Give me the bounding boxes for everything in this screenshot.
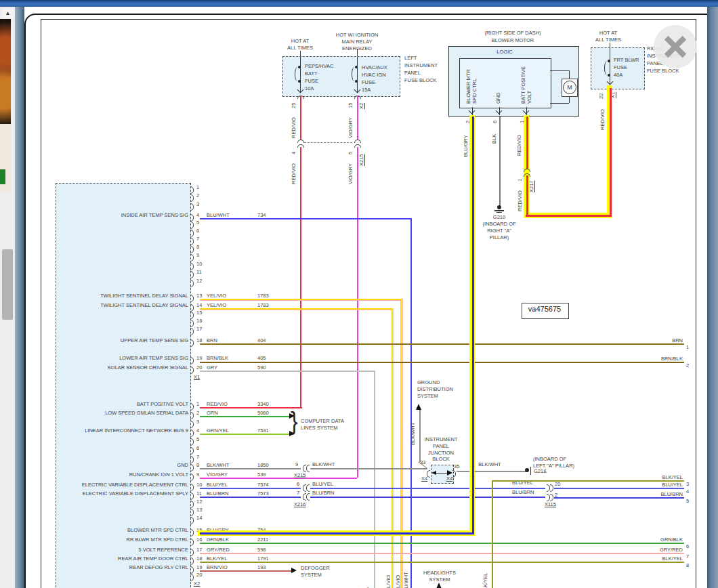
pin-number: 8 bbox=[686, 562, 689, 569]
pin-number: 7 bbox=[686, 553, 689, 560]
arrow-icon bbox=[436, 583, 442, 588]
pin-number: 25 bbox=[291, 99, 297, 108]
sidebar-thumbnail-image[interactable] bbox=[0, 19, 11, 124]
wire-segment bbox=[200, 570, 291, 572]
pin-number: 3 bbox=[196, 419, 199, 425]
arrow-icon bbox=[416, 404, 421, 410]
pin-number: 5 bbox=[686, 498, 689, 505]
pin-number: 2 bbox=[555, 492, 557, 499]
connector-pin-hook bbox=[190, 539, 194, 546]
connector-pin-hook bbox=[190, 403, 194, 411]
connector-id: X2 bbox=[359, 98, 364, 109]
connector-pin-hook bbox=[190, 304, 194, 312]
hvac-ign-fuse-label: HVAC IGN bbox=[362, 72, 386, 79]
wire-color-label: RED/VIO bbox=[517, 127, 522, 156]
headlights-system-label: HEADLIGHTS bbox=[415, 570, 465, 576]
pin-number: 4 bbox=[291, 148, 297, 154]
wire-color-label: RED/VIO bbox=[291, 157, 297, 184]
wire-color-label: BLU/BRN bbox=[512, 489, 534, 496]
pin-number: 13 bbox=[196, 507, 202, 513]
bracket: } bbox=[291, 405, 298, 437]
pin-number: 16 bbox=[196, 318, 202, 324]
pin-number: 10 bbox=[196, 261, 202, 268]
ground-id: G218 bbox=[534, 468, 546, 475]
scroll-up-button[interactable]: ▲ bbox=[2, 9, 14, 18]
connector-pin-hook bbox=[190, 328, 194, 335]
wire-segment bbox=[200, 310, 392, 310]
right-fuse-block-label: FUSE BLOCK bbox=[647, 68, 679, 75]
blower-pin-label: VOLT bbox=[527, 87, 532, 104]
connector-pin-hook bbox=[190, 295, 194, 302]
connector-pin-hook bbox=[190, 558, 194, 565]
pin-number: 7 bbox=[196, 236, 199, 243]
wire-segment bbox=[200, 416, 289, 417]
wire-segment bbox=[357, 49, 358, 56]
wire-segment bbox=[200, 532, 474, 534]
connector-pin-hook bbox=[190, 271, 194, 278]
ground-location: PILLAR) bbox=[474, 234, 524, 241]
defogger-system-label: DEFOGGER bbox=[301, 565, 330, 572]
circuit-label: RUN/CRANK IGN 1 VOLT bbox=[58, 471, 188, 478]
wire-segment bbox=[374, 371, 375, 588]
wire-segment bbox=[310, 488, 545, 489]
pin-number: 15 bbox=[196, 310, 202, 316]
connector-pin-hook bbox=[190, 246, 194, 253]
wire-segment bbox=[300, 51, 301, 56]
circuit-label: TWILIGHT SENTINEL DELAY SIGNAL bbox=[58, 302, 188, 309]
pin-number: 1 bbox=[518, 175, 523, 182]
fuse-icon bbox=[604, 61, 610, 75]
motor-symbol: M bbox=[563, 81, 576, 94]
connector-pin-hook bbox=[190, 312, 194, 319]
pin-number: 6 bbox=[297, 481, 299, 488]
close-button[interactable] bbox=[654, 25, 697, 68]
circuit-label: INSIDE AIR TEMP SENS SIG bbox=[58, 212, 188, 219]
blower-motor-title: (RIGHT SIDE OF DASH) bbox=[462, 30, 564, 37]
connector-pin-hook bbox=[190, 456, 194, 463]
connector-pin-hook bbox=[190, 464, 194, 471]
connector-pin-hook bbox=[190, 549, 194, 556]
logic-label: LOGIC bbox=[459, 49, 550, 56]
connector-pin-hook bbox=[190, 474, 194, 481]
scrollbar-thumb[interactable] bbox=[2, 249, 13, 320]
wire-color-label: RED/VIO bbox=[518, 183, 523, 211]
pin-number: 3 bbox=[686, 481, 689, 488]
pin-number: 33 bbox=[420, 459, 425, 466]
connector-pin-hook bbox=[190, 484, 194, 491]
frt-blwr-fuse-label: 40A bbox=[614, 72, 622, 79]
arrow-icon bbox=[447, 470, 452, 476]
pin-number: 6 bbox=[686, 543, 689, 550]
wire-color-label: GRN/BLK bbox=[635, 537, 683, 543]
wire-segment bbox=[472, 117, 474, 534]
pin-number: 9 bbox=[295, 461, 298, 468]
pin-number: 2 bbox=[686, 362, 689, 369]
wire-color-label: BLU/WHT bbox=[404, 568, 409, 588]
ground-location: (INBOARD OF bbox=[533, 456, 566, 463]
wire-segment bbox=[200, 434, 289, 435]
wire-gauge: 405 bbox=[257, 355, 266, 362]
connector-pin-hook bbox=[190, 214, 194, 222]
computer-data-lines-label: COMPUTER DATA bbox=[301, 418, 344, 425]
wire-segment bbox=[200, 488, 301, 489]
wire-color-label: BLU/YEL bbox=[312, 481, 333, 488]
wire-segment bbox=[494, 210, 504, 211]
ground-distribution-label: SYSTEM bbox=[417, 393, 438, 400]
peps-hvac-fuse-label: BATT bbox=[305, 70, 318, 77]
connector-pin-hook bbox=[190, 339, 194, 347]
wire-color-label: BLU/BRN bbox=[635, 491, 683, 498]
pin-number: 11 bbox=[196, 269, 202, 276]
wire-color-label: BLK/WHT bbox=[312, 461, 335, 468]
connector-id: X2 bbox=[194, 581, 200, 587]
wire-segment bbox=[610, 43, 610, 47]
close-icon bbox=[654, 25, 697, 68]
connector-id: X115 bbox=[545, 501, 556, 508]
wire-segment bbox=[402, 299, 403, 588]
wire-color-label: BLK/YEL bbox=[635, 555, 683, 562]
wire-segment bbox=[526, 175, 528, 215]
left-fuse-block-label: PANEL bbox=[404, 70, 421, 77]
wire-color-label: BLK bbox=[492, 129, 497, 144]
wire-segment bbox=[200, 218, 410, 219]
connector-id: X4 bbox=[421, 476, 427, 482]
circuit-label: REAR AIR TEMP DOOR CTRL bbox=[58, 555, 188, 562]
fuse-icon bbox=[352, 67, 357, 81]
junction-block-label: INSTRUMENT bbox=[412, 436, 470, 443]
